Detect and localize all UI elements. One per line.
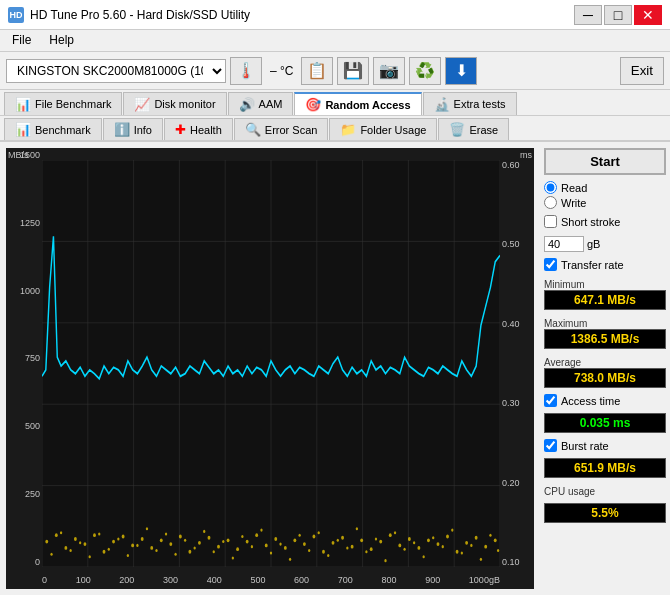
svg-point-30 — [160, 538, 163, 542]
toolbar-btn-2[interactable]: 💾 — [337, 57, 369, 85]
svg-point-45 — [303, 542, 306, 546]
exit-button[interactable]: Exit — [620, 57, 664, 85]
svg-point-56 — [408, 537, 411, 541]
svg-point-28 — [141, 537, 144, 541]
svg-point-51 — [360, 538, 363, 542]
svg-point-19 — [55, 533, 58, 537]
svg-point-107 — [442, 545, 444, 548]
y-axis-label: 0 — [35, 557, 40, 567]
tab-erase[interactable]: 🗑️ Erase — [438, 118, 509, 140]
random-access-icon: 🎯 — [305, 97, 321, 112]
read-radio[interactable] — [544, 181, 557, 194]
short-stroke-label: Short stroke — [561, 216, 620, 228]
y-axis-label: 1250 — [20, 218, 40, 228]
svg-point-62 — [465, 541, 468, 545]
average-label: Average — [544, 357, 666, 368]
write-radio[interactable] — [544, 196, 557, 209]
svg-point-34 — [198, 541, 201, 545]
tab-info[interactable]: ℹ️ Info — [103, 118, 163, 140]
svg-point-94 — [318, 531, 320, 534]
svg-point-61 — [456, 550, 459, 554]
tab-info-label: Info — [134, 124, 152, 136]
minimize-button[interactable]: ─ — [574, 5, 602, 25]
access-time-cb-label: Access time — [561, 395, 620, 407]
svg-point-86 — [241, 535, 243, 538]
svg-point-110 — [470, 544, 472, 547]
toolbar-btn-3[interactable]: 📷 — [373, 57, 405, 85]
svg-point-82 — [203, 530, 205, 533]
transfer-rate-checkbox[interactable] — [544, 258, 557, 271]
disk-selector[interactable]: KINGSTON SKC2000M81000G (1000 gB) — [6, 59, 226, 83]
tab-extra-tests[interactable]: 🔬 Extra tests — [423, 92, 517, 115]
tab-aam[interactable]: 🔊 AAM — [228, 92, 294, 115]
svg-point-42 — [274, 537, 277, 541]
toolbar-btn-1[interactable]: 📋 — [301, 57, 333, 85]
y-axis-label: 750 — [25, 353, 40, 363]
svg-point-105 — [423, 555, 425, 558]
tab-health[interactable]: ✚ Health — [164, 118, 233, 140]
minimum-section: Minimum 647.1 MB/s — [544, 277, 666, 310]
close-button[interactable]: ✕ — [634, 5, 662, 25]
tab-random-access[interactable]: 🎯 Random Access — [294, 92, 421, 115]
svg-point-71 — [98, 532, 100, 535]
y-right-label: 0.20 — [502, 478, 520, 488]
disk-monitor-icon: 📈 — [134, 97, 150, 112]
maximize-button[interactable]: □ — [604, 5, 632, 25]
svg-point-102 — [394, 531, 396, 534]
menu-file[interactable]: File — [4, 32, 39, 49]
svg-point-29 — [150, 546, 153, 550]
svg-point-46 — [313, 535, 316, 539]
access-time-checkbox-row: Access time — [544, 394, 666, 407]
tab-benchmark[interactable]: 📊 Benchmark — [4, 118, 102, 140]
app-icon: HD — [8, 7, 24, 23]
tab-disk-monitor[interactable]: 📈 Disk monitor — [123, 92, 226, 115]
benchmark-icon: 📊 — [15, 122, 31, 137]
burst-rate-checkbox[interactable] — [544, 439, 557, 452]
stroke-input[interactable] — [544, 236, 584, 252]
svg-point-109 — [461, 551, 463, 554]
toolbar-btn-5[interactable]: ⬇ — [445, 57, 477, 85]
y-right-label: 0.10 — [502, 557, 520, 567]
svg-point-31 — [169, 542, 172, 546]
access-time-value: 0.035 ms — [544, 413, 666, 433]
svg-point-59 — [437, 542, 440, 546]
svg-point-101 — [384, 559, 386, 562]
tab-erase-label: Erase — [469, 124, 498, 136]
svg-point-24 — [103, 550, 106, 554]
right-panel: Start Read Write Short stroke gB Transfe… — [540, 142, 670, 595]
access-time-checkbox[interactable] — [544, 394, 557, 407]
svg-point-84 — [222, 540, 224, 543]
svg-point-52 — [370, 547, 373, 551]
svg-point-81 — [194, 546, 196, 549]
svg-point-20 — [64, 546, 67, 550]
toolbar: KINGSTON SKC2000M81000G (1000 gB) 🌡️ – °… — [0, 52, 670, 90]
burst-rate-value: 651.9 MB/s — [544, 458, 666, 478]
y-axis-label: 500 — [25, 421, 40, 431]
tab-error-scan-label: Error Scan — [265, 124, 318, 136]
temp-button[interactable]: 🌡️ — [230, 57, 262, 85]
svg-point-69 — [79, 541, 81, 544]
y-axis-ms-label: ms — [520, 150, 532, 160]
write-label: Write — [561, 197, 586, 209]
read-write-group: Read Write — [544, 181, 666, 209]
read-radio-row: Read — [544, 181, 666, 194]
tabs-row2: 📊 Benchmark ℹ️ Info ✚ Health 🔍 Error Sca… — [0, 116, 670, 142]
tab-file-benchmark-label: File Benchmark — [35, 98, 111, 110]
tab-extra-tests-label: Extra tests — [454, 98, 506, 110]
svg-point-70 — [89, 555, 91, 558]
svg-point-76 — [146, 527, 148, 530]
svg-point-50 — [351, 545, 354, 549]
tab-folder-usage[interactable]: 📁 Folder Usage — [329, 118, 437, 140]
toolbar-btn-4[interactable]: ♻️ — [409, 57, 441, 85]
title-bar: HD HD Tune Pro 5.60 - Hard Disk/SSD Util… — [0, 0, 670, 30]
start-button[interactable]: Start — [544, 148, 666, 175]
menu-help[interactable]: Help — [41, 32, 82, 49]
tab-error-scan[interactable]: 🔍 Error Scan — [234, 118, 329, 140]
short-stroke-row: Short stroke — [544, 215, 666, 228]
short-stroke-checkbox[interactable] — [544, 215, 557, 228]
tab-file-benchmark[interactable]: 📊 File Benchmark — [4, 92, 122, 115]
main-content: 1500 1250 1000 750 500 250 0 MB/s ms 0.6… — [0, 142, 670, 595]
tab-health-label: Health — [190, 124, 222, 136]
svg-point-67 — [60, 531, 62, 534]
error-scan-icon: 🔍 — [245, 122, 261, 137]
